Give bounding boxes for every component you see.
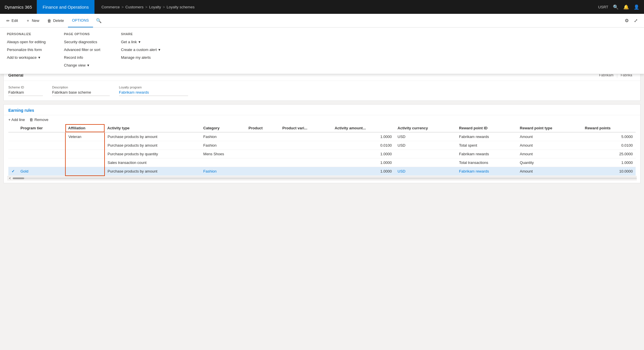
table-row[interactable]: Purchase products by amountFashion0.0100…: [8, 141, 636, 150]
remove-button[interactable]: 🗑 Remove: [29, 118, 48, 122]
advanced-filter-item[interactable]: Advanced filter or sort: [64, 47, 107, 52]
cell-check[interactable]: [8, 158, 18, 167]
col-product-vari: Product vari...: [279, 124, 332, 132]
horizontal-scrollbar[interactable]: <: [7, 176, 637, 181]
change-view-chevron-icon: ▾: [87, 63, 89, 67]
cell-program-tier: [18, 132, 65, 141]
table-header: Program tier Affiliation Activity type C…: [8, 124, 636, 132]
settings-icon[interactable]: ⚙: [623, 17, 630, 24]
share-section: SHARE Get a link ▾ Create a custom alert…: [121, 32, 164, 68]
table-row[interactable]: Sales transaction count1.0000Total trans…: [8, 158, 636, 167]
cell-activity-currency: USD: [395, 132, 456, 141]
col-category: Category: [200, 124, 246, 132]
col-activity-currency: Activity currency: [395, 124, 456, 132]
notifications-icon[interactable]: 🔔: [623, 4, 629, 10]
fo-brand[interactable]: Finance and Operations: [37, 0, 94, 14]
cell-category: Fashion: [200, 167, 246, 176]
breadcrumb-sep-1: >: [122, 5, 124, 9]
breadcrumb-loyalty[interactable]: Loyalty: [149, 5, 161, 9]
breadcrumb-loyalty-schemes[interactable]: Loyalty schemes: [167, 5, 195, 9]
cell-reward-points: 25.0000: [582, 150, 636, 158]
record-info-item[interactable]: Record info: [64, 55, 107, 60]
form-row: Scheme ID Fabrikam Description Fabrikam …: [8, 86, 636, 96]
col-affiliation: Affiliation: [65, 124, 105, 132]
scheme-id-label: Scheme ID: [8, 86, 43, 89]
cell-product: [246, 150, 280, 158]
cell-product: [246, 141, 280, 150]
always-open-item[interactable]: Always open for editing: [7, 39, 50, 45]
add-line-button[interactable]: + Add line: [8, 118, 25, 122]
create-alert-item[interactable]: Create a custom alert ▾: [121, 47, 164, 52]
table-row[interactable]: ✓GoldPurchase products by amountFashion1…: [8, 167, 636, 176]
delete-icon: 🗑: [47, 18, 51, 23]
cell-check[interactable]: ✓: [8, 167, 18, 176]
breadcrumb-sep-3: >: [163, 5, 165, 9]
breadcrumb-sep-2: >: [145, 5, 147, 9]
security-diagnostics-item[interactable]: Security diagnostics: [64, 39, 107, 45]
get-link-item[interactable]: Get a link ▾: [121, 39, 164, 45]
cell-activity-type: Purchase products by amount: [105, 141, 200, 150]
change-view-item[interactable]: Change view ▾: [64, 63, 107, 68]
breadcrumb: Commerce > Customers > Loyalty > Loyalty…: [94, 5, 598, 9]
top-navigation: Dynamics 365 Finance and Operations Comm…: [0, 0, 644, 14]
cell-activity-currency: USD: [395, 167, 456, 176]
table-row[interactable]: Purchase products by quantityMens Shoes1…: [8, 150, 636, 158]
cell-activity-amount: 1.0000: [332, 158, 395, 167]
cell-reward-point-type: Quantity: [517, 158, 582, 167]
user-label: USRT: [598, 5, 608, 9]
personalize-form-item[interactable]: Personalize this form: [7, 47, 50, 52]
category-link[interactable]: Fashion: [203, 169, 217, 173]
delete-button[interactable]: 🗑 Delete: [43, 14, 68, 27]
chevron-down-icon: ▾: [38, 55, 40, 60]
scheme-id-value: Fabrikam: [8, 90, 43, 96]
edit-button[interactable]: ✏ Edit: [2, 14, 22, 27]
activity-currency-link[interactable]: USD: [397, 169, 405, 173]
description-field: Description Fabrikam base scheme: [52, 86, 110, 96]
col-check: [8, 124, 18, 132]
breadcrumb-commerce[interactable]: Commerce: [101, 5, 120, 9]
cell-reward-point-id: Fabrikam rewards: [456, 150, 517, 158]
earning-rules-table-wrapper: Program tier Affiliation Activity type C…: [8, 124, 636, 176]
scroll-left-button[interactable]: <: [7, 176, 13, 180]
breadcrumb-customers[interactable]: Customers: [125, 5, 143, 9]
loyalty-program-link[interactable]: Fabrikam rewards: [119, 90, 149, 94]
reward-point-id-link[interactable]: Fabrikam rewards: [459, 169, 489, 173]
earning-rules-table: Program tier Affiliation Activity type C…: [8, 124, 636, 176]
options-button[interactable]: OPTIONS: [68, 14, 93, 27]
user-icon[interactable]: 👤: [634, 4, 639, 10]
expand-icon[interactable]: ⤢: [632, 17, 639, 24]
toolbar-search[interactable]: 🔍: [93, 14, 105, 27]
add-workspace-item[interactable]: Add to workspace ▾: [7, 55, 50, 60]
cell-product-vari: [279, 158, 332, 167]
scrollbar-track[interactable]: [13, 177, 637, 179]
cell-activity-type: Sales transaction count: [105, 158, 200, 167]
top-right-area: USRT 🔍 🔔 👤: [598, 4, 644, 10]
dynamics-brand[interactable]: Dynamics 365: [0, 0, 37, 14]
scrollbar-thumb[interactable]: [13, 177, 24, 179]
cell-check[interactable]: [8, 132, 18, 141]
toolbar: ✏ Edit ＋ New 🗑 Delete OPTIONS 🔍 ⚙ ⤢ PERS…: [0, 14, 644, 28]
program-tier-link[interactable]: Gold: [20, 169, 28, 173]
cell-activity-amount: 1.0000: [332, 167, 395, 176]
earning-rules-toolbar: + Add line 🗑 Remove: [4, 115, 640, 124]
cell-product-vari: [279, 167, 332, 176]
options-dropdown: PERSONALIZE Always open for editing Pers…: [0, 28, 644, 74]
col-product: Product: [246, 124, 280, 132]
loyalty-program-value[interactable]: Fabrikam rewards: [119, 90, 188, 96]
cell-reward-point-id: Total transactions: [456, 158, 517, 167]
cell-activity-currency: [395, 150, 456, 158]
table-row[interactable]: VeteranPurchase products by amountFashio…: [8, 132, 636, 141]
new-button[interactable]: ＋ New: [22, 14, 43, 27]
cell-program-tier: [18, 141, 65, 150]
cell-check[interactable]: [8, 141, 18, 150]
cell-product-vari: [279, 150, 332, 158]
table-header-row: Program tier Affiliation Activity type C…: [8, 124, 636, 132]
cell-product: [246, 167, 280, 176]
search-icon[interactable]: 🔍: [613, 4, 619, 10]
general-section-body: Scheme ID Fabrikam Description Fabrikam …: [4, 81, 640, 101]
cell-program-tier: Gold: [18, 167, 65, 176]
manage-alerts-item[interactable]: Manage my alerts: [121, 55, 164, 60]
cell-activity-type: Purchase products by amount: [105, 167, 200, 176]
cell-check[interactable]: [8, 150, 18, 158]
cell-activity-currency: USD: [395, 141, 456, 150]
